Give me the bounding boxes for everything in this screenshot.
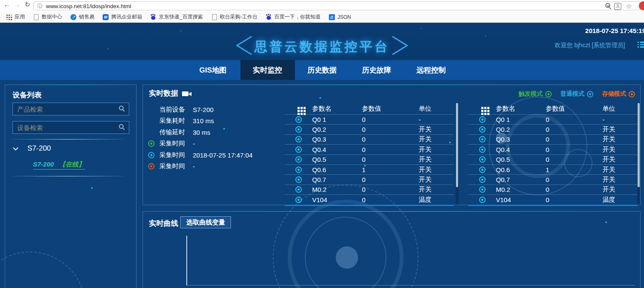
device-status-badge: 【在线】 xyxy=(59,161,85,168)
param-value: 0 xyxy=(362,186,419,193)
search-icon[interactable] xyxy=(119,106,124,110)
table-header: 参数名 参数值 单位 xyxy=(468,103,638,114)
v-scrollbar[interactable] xyxy=(456,103,459,205)
h-scrollbar[interactable] xyxy=(468,205,638,206)
target-icon[interactable] xyxy=(295,167,302,173)
device-group-label: S7-200 xyxy=(27,144,51,152)
welcome-user[interactable]: 欢迎您 bjhczt [系统管理员] xyxy=(555,42,625,49)
mode-toggle[interactable]: 触发模式 xyxy=(519,90,552,98)
table-row: Q0.6 1 开关 xyxy=(285,164,454,174)
bookmark-item[interactable]: 百度一下，你就知道 xyxy=(263,12,323,21)
target-icon[interactable] xyxy=(295,126,302,133)
param-unit: 开关 xyxy=(419,166,454,174)
realtime-data-title: 实时数据 xyxy=(149,88,188,98)
target-icon[interactable] xyxy=(295,186,302,193)
search-icon[interactable] xyxy=(119,124,124,129)
translate-icon[interactable]: 文 xyxy=(614,3,621,10)
bookmark-item[interactable]: 数据中心 xyxy=(30,12,65,21)
target-icon[interactable] xyxy=(295,146,302,153)
param-value: 0 xyxy=(546,136,602,143)
target-icon[interactable] xyxy=(479,197,486,203)
url-text[interactable]: www.icosp.net:81/idosp/index.html xyxy=(46,3,131,9)
nav-tab[interactable]: 历史数据 xyxy=(295,60,349,80)
mode-label: 触发模式 xyxy=(519,90,543,98)
table-row: Q0.3 0 开关 xyxy=(468,134,638,144)
grid-icon[interactable] xyxy=(481,107,483,109)
realtime-curve-title: 实时曲线 xyxy=(149,218,178,228)
bookmark-item[interactable]: 欧台采购-工作台 xyxy=(209,12,260,21)
nav-tab[interactable]: 历史故障 xyxy=(349,60,404,80)
product-search-input[interactable] xyxy=(12,103,129,115)
bookmark-item[interactable]: 销售易 xyxy=(68,12,97,21)
table-row: Q0.3 0 开关 xyxy=(285,134,454,144)
param-name: Q0 1 xyxy=(496,116,546,123)
page-info-icon[interactable]: ⓘ xyxy=(37,3,43,10)
target-icon[interactable] xyxy=(479,126,486,133)
param-value: 0 xyxy=(362,136,419,143)
reload-button[interactable]: ↻ xyxy=(23,1,32,9)
address-bar[interactable]: ⓘ www.icosp.net:81/idosp/index.html 文 ☆ xyxy=(33,1,640,10)
bookmark-item[interactable]: JSON xyxy=(326,13,354,21)
param-table-right: 参数名 参数值 单位 Q0 1 0 - xyxy=(468,103,638,205)
target-icon[interactable] xyxy=(295,156,302,163)
param-unit: 开关 xyxy=(419,135,454,143)
mode-legend: 触发模式 普通模式 存储模式 xyxy=(519,90,635,98)
bookmark-item[interactable]: 应用 xyxy=(3,12,27,21)
device-link[interactable]: S7-200 【在线】 xyxy=(33,161,85,170)
mode-ring-icon xyxy=(629,91,635,97)
param-unit: 开关 xyxy=(602,185,638,194)
target-icon[interactable] xyxy=(295,197,302,203)
target-icon[interactable] xyxy=(295,116,302,123)
device-group[interactable]: S7-200 xyxy=(15,144,51,153)
device-info-block: 当前设备 S7-200 采集耗时 310 ms 传输延时 30 ms xyxy=(148,104,277,172)
nav-tab[interactable]: GIS地图 xyxy=(186,60,240,80)
bookmark-star-icon[interactable]: ☆ xyxy=(626,3,632,10)
col-unit: 单位 xyxy=(419,105,454,113)
menu-list-icon[interactable] xyxy=(638,42,644,49)
mode-toggle[interactable]: 普通模式 xyxy=(560,90,593,98)
h-scrollbar[interactable] xyxy=(285,205,454,206)
device-name: S7-200 xyxy=(33,161,54,168)
table-row: Q0.2 0 开关 xyxy=(285,124,454,134)
target-icon[interactable] xyxy=(295,136,302,142)
info-label: 传输延时 xyxy=(159,128,193,136)
mode-label: 普通模式 xyxy=(560,90,584,98)
target-icon[interactable] xyxy=(479,167,486,173)
nav-tab[interactable]: 实时监控 xyxy=(240,60,295,80)
mode-ring-icon xyxy=(587,91,593,97)
target-icon[interactable] xyxy=(479,156,486,163)
forward-button[interactable]: → xyxy=(13,1,21,8)
target-icon[interactable] xyxy=(479,136,486,142)
select-curve-variable-button[interactable]: 选取曲线变量 xyxy=(180,216,231,228)
target-icon[interactable] xyxy=(479,186,486,193)
device-search-input[interactable] xyxy=(12,121,129,134)
target-icon[interactable] xyxy=(295,176,302,183)
param-name: V104 xyxy=(496,196,546,203)
bookmark-favicon xyxy=(33,14,39,20)
bookmark-item[interactable]: 腾讯企业邮箱 xyxy=(100,12,145,21)
target-icon[interactable] xyxy=(479,116,486,123)
nav-tab[interactable]: 远程控制 xyxy=(404,60,459,80)
target-icon[interactable] xyxy=(479,146,486,153)
info-row: 当前设备 S7-200 xyxy=(148,104,277,115)
param-name: Q0.2 xyxy=(312,126,362,133)
device-search xyxy=(12,121,129,134)
mode-toggle[interactable]: 存储模式 xyxy=(602,90,635,98)
table-row: Q0.7 0 开关 xyxy=(468,174,638,184)
info-label: 采集耗时 xyxy=(159,117,193,125)
v-scrollbar[interactable] xyxy=(637,103,640,205)
bookmark-item[interactable]: 京东快递_百度搜索 xyxy=(148,12,206,21)
param-table-left: 参数名 参数值 单位 Q0 1 0 - xyxy=(285,103,454,205)
zoom-out-icon[interactable] xyxy=(605,3,610,8)
back-button[interactable]: ← xyxy=(3,1,11,8)
video-camera-icon[interactable] xyxy=(182,91,188,96)
param-unit: 开关 xyxy=(419,155,454,164)
param-name: Q0.3 xyxy=(496,136,546,143)
param-unit: 开关 xyxy=(419,146,454,154)
param-name: Q0.4 xyxy=(496,146,546,153)
param-unit: - xyxy=(602,116,638,123)
table-row: Q0.6 1 开关 xyxy=(468,164,638,174)
param-unit: 开关 xyxy=(602,125,638,133)
grid-icon[interactable] xyxy=(298,107,300,109)
target-icon[interactable] xyxy=(479,176,486,183)
